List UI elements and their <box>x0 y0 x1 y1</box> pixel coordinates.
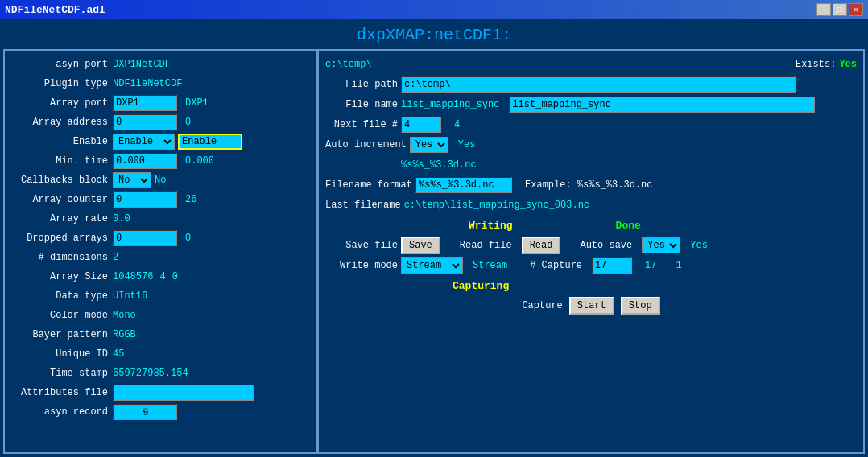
page-title: dxpXMAP:netCDF1: <box>0 19 868 49</box>
file-path-input[interactable] <box>401 76 796 93</box>
color-mode-row: Color mode Mono <box>8 307 312 324</box>
next-file-label: Next file # <box>325 119 398 130</box>
array-port-input1[interactable] <box>113 95 177 111</box>
num-capture-value2: 17 <box>645 260 656 271</box>
top-path-display: c:\temp\ <box>325 59 372 70</box>
array-counter-input1[interactable] <box>113 191 177 208</box>
num-capture-value3: 1 <box>676 260 681 271</box>
file-name-label: File name <box>325 99 398 110</box>
asyn-record-button[interactable]: ⎗ <box>113 404 177 420</box>
time-stamp-value: 659727985.154 <box>113 368 188 379</box>
right-panel: c:\temp\ Exists: Yes File path File name… <box>317 49 865 454</box>
callbacks-value: No <box>155 175 166 186</box>
array-rate-row: Array rate 0.0 <box>8 210 312 228</box>
start-button[interactable]: Start <box>569 297 614 315</box>
next-file-value2: 4 <box>454 119 460 130</box>
min-time-label: Min. time <box>8 155 113 167</box>
left-panel: asyn port DXP1NetCDF Plugin type NDFileN… <box>3 49 317 454</box>
num-dimensions-value: 2 <box>113 252 118 263</box>
next-file-input1[interactable] <box>401 117 441 133</box>
num-capture-label: # Capture <box>530 260 582 271</box>
asyn-port-value: DXP1NetCDF <box>113 59 171 70</box>
time-stamp-label: Time stamp <box>8 368 113 379</box>
last-filename-value: c:\temp\list_mapping_sync_003.nc <box>404 200 589 211</box>
last-filename-label: Last filename <box>325 200 401 211</box>
auto-increment-value: Yes <box>458 139 476 150</box>
window-title: NDFileNetCDF.adl <box>5 4 105 16</box>
num-capture-input1[interactable] <box>592 257 632 274</box>
array-address-label: Array address <box>8 117 113 128</box>
main-window: dxpXMAP:netCDF1: asyn port DXP1NetCDF Pl… <box>0 19 868 457</box>
read-button[interactable]: Read <box>522 237 561 254</box>
status-row: Writing Done <box>325 216 857 234</box>
data-type-row: Data type UInt16 <box>8 287 312 305</box>
array-counter-row: Array counter 26 <box>8 191 312 208</box>
data-type-value: UInt16 <box>113 290 147 302</box>
bayer-pattern-label: Bayer pattern <box>8 329 113 340</box>
maximize-button[interactable]: □ <box>833 3 847 16</box>
plugin-type-row: Plugin type NDFileNetCDF <box>8 75 312 93</box>
num-dimensions-label: # dimensions <box>8 252 113 263</box>
array-port-value2: DXP1 <box>185 97 209 109</box>
minimize-button[interactable]: — <box>816 3 831 16</box>
write-mode-dropdown[interactable]: Stream Single Capture <box>401 257 463 274</box>
auto-save-dropdown[interactable]: Yes No <box>642 237 680 253</box>
read-file-label: Read file <box>460 240 512 251</box>
auto-increment-row: Auto increment Yes No Yes <box>325 136 857 154</box>
filename-format-label: Filename format <box>325 179 412 191</box>
next-file-row: Next file # 4 <box>325 116 857 134</box>
file-name-input[interactable] <box>509 97 815 113</box>
capture-label: Capture <box>522 300 562 311</box>
plugin-type-value: NDFileNetCDF <box>113 78 182 89</box>
dropped-arrays-input1[interactable] <box>113 230 177 246</box>
asyn-port-row: asyn port DXP1NetCDF <box>8 56 312 73</box>
asyn-port-label: asyn port <box>8 59 113 70</box>
save-read-row: Save file Save Read file Read Auto save … <box>325 237 857 254</box>
asyn-record-label: asyn record <box>8 406 113 418</box>
enable-dropdown[interactable]: Enable Disable <box>113 134 175 150</box>
auto-save-label: Auto save <box>580 240 632 251</box>
filename-format-row: Filename format Example: %s%s_%3.3d.nc <box>325 176 857 194</box>
close-button[interactable]: ✕ <box>849 3 863 16</box>
enable-label: Enable <box>8 136 113 147</box>
filename-format-input[interactable] <box>415 177 512 193</box>
capturing-label: Capturing <box>453 280 509 292</box>
array-size-val3: 0 <box>172 271 178 282</box>
min-time-input1[interactable] <box>113 153 177 169</box>
time-stamp-row: Time stamp 659727985.154 <box>8 364 312 382</box>
stop-button[interactable]: Stop <box>621 297 660 315</box>
window-controls: — □ ✕ <box>816 3 863 16</box>
file-name-row: File name list_mapping_sync <box>325 96 857 113</box>
last-filename-row: Last filename c:\temp\list_mapping_sync_… <box>325 196 857 214</box>
array-size-label: Array Size <box>8 271 113 282</box>
save-file-label: Save file <box>325 240 398 251</box>
filename-format-example: Example: %s%s_%3.3d.nc <box>525 179 652 191</box>
unique-id-value: 45 <box>113 348 124 360</box>
auto-increment-label: Auto increment <box>325 139 407 150</box>
dropped-arrays-label: Dropped arrays <box>8 233 113 244</box>
file-name-display: list_mapping_sync <box>401 99 499 110</box>
top-path-row: c:\temp\ Exists: Yes <box>325 56 857 73</box>
callbacks-row: Callbacks block No Yes No <box>8 171 312 189</box>
writing-status: Writing <box>469 220 513 232</box>
file-path-row: File path <box>325 76 857 93</box>
array-port-row: Array port DXP1 <box>8 94 312 112</box>
array-address-input1[interactable] <box>113 114 177 130</box>
array-port-label: Array port <box>8 97 113 109</box>
auto-increment-dropdown[interactable]: Yes No <box>410 137 448 153</box>
save-button[interactable]: Save <box>401 237 440 254</box>
plugin-type-label: Plugin type <box>8 78 113 89</box>
data-type-label: Data type <box>8 290 113 302</box>
write-mode-label: Write mode <box>325 260 398 271</box>
color-mode-label: Color mode <box>8 310 113 321</box>
callbacks-dropdown-wrapper: No Yes <box>113 172 151 188</box>
min-time-value2: 0.000 <box>185 155 214 167</box>
enable-row: Enable Enable Disable <box>8 133 312 150</box>
callbacks-dropdown[interactable]: No Yes <box>113 172 151 188</box>
enable-value[interactable] <box>178 134 242 150</box>
asyn-record-row: asyn record ⎗ <box>8 403 312 421</box>
attributes-file-input[interactable] <box>113 385 254 401</box>
array-address-row: Array address 0 <box>8 113 312 131</box>
write-mode-row: Write mode Stream Single Capture Stream … <box>325 257 857 274</box>
color-mode-value: Mono <box>113 310 136 321</box>
